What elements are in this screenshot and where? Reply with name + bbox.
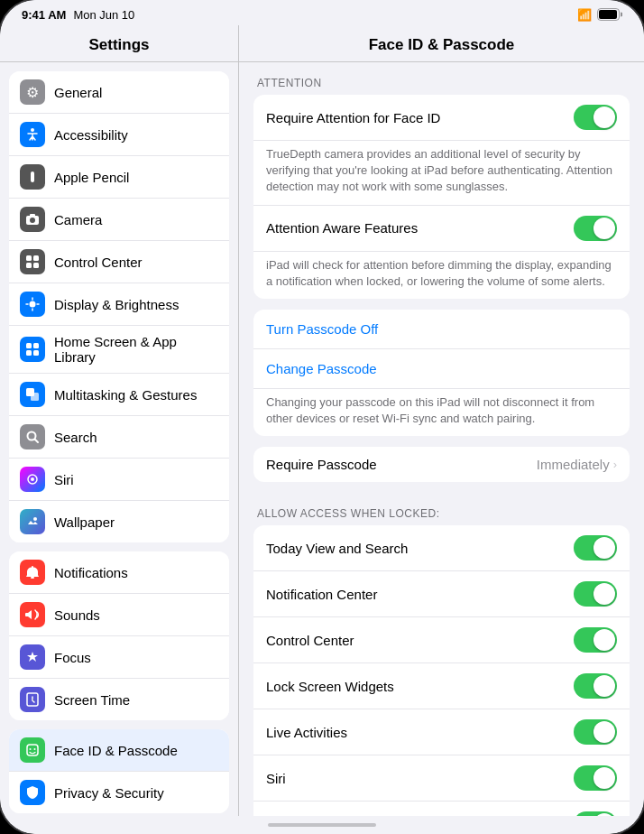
sidebar-item-control-center[interactable]: Control Center [9, 241, 229, 283]
svg-rect-8 [33, 255, 39, 261]
sidebar-title: Settings [0, 25, 238, 62]
control-center-icon [20, 249, 45, 274]
attention-aware-row[interactable]: Attention Aware Features [253, 206, 630, 252]
sidebar-item-search-label: Search [54, 430, 218, 445]
sidebar-item-sounds[interactable]: Sounds [9, 594, 229, 636]
chevron-right-icon: › [613, 458, 617, 471]
live-activities-row[interactable]: Live Activities [253, 709, 630, 755]
sidebar-item-general[interactable]: ⚙ General [9, 71, 229, 114]
main-content: Settings ⚙ General Accessibility [0, 25, 644, 816]
notification-center-row[interactable]: Notification Center [253, 571, 630, 617]
wallpaper-icon [20, 509, 45, 534]
control-center-row[interactable]: Control Center [253, 617, 630, 663]
sidebar-item-camera[interactable]: Camera [9, 199, 229, 241]
siri-toggle[interactable] [574, 765, 617, 791]
passcode-links-card: Turn Passcode Off Change Passcode Changi… [253, 310, 630, 436]
svg-rect-17 [33, 343, 39, 348]
sidebar-item-screen-time[interactable]: Screen Time [9, 679, 229, 720]
attention-card: Require Attention for Face ID TrueDepth … [253, 95, 630, 299]
sidebar-item-home-screen[interactable]: Home Screen & App Library [9, 326, 229, 374]
sidebar-item-sounds-label: Sounds [54, 607, 218, 623]
sidebar: Settings ⚙ General Accessibility [0, 25, 239, 816]
change-passcode-row[interactable]: Change Passcode [253, 349, 630, 389]
battery-icon [597, 8, 622, 21]
svg-point-2 [31, 128, 34, 132]
sidebar-item-screen-time-label: Screen Time [54, 692, 218, 708]
sidebar-item-privacy[interactable]: Privacy & Security [9, 772, 229, 813]
sidebar-item-accessibility-label: Accessibility [54, 127, 218, 143]
require-attention-row[interactable]: Require Attention for Face ID [253, 95, 630, 141]
lock-screen-widgets-row[interactable]: Lock Screen Widgets [253, 663, 630, 709]
sidebar-group-1: ⚙ General Accessibility Apple Pencil [9, 71, 229, 542]
sidebar-item-display[interactable]: Display & Brightness [9, 283, 229, 326]
home-bar [268, 823, 376, 827]
svg-rect-10 [33, 263, 39, 268]
svg-point-30 [30, 748, 32, 750]
live-activities-toggle[interactable] [574, 719, 617, 745]
allow-access-card: Today View and Search Notification Cente… [253, 525, 630, 816]
today-view-row[interactable]: Today View and Search [253, 525, 630, 571]
today-view-toggle[interactable] [574, 535, 617, 561]
panel-content: ATTENTION Require Attention for Face ID … [239, 62, 644, 816]
notifications-icon [20, 560, 45, 585]
turn-passcode-off-row[interactable]: Turn Passcode Off [253, 310, 630, 349]
right-panel: Face ID & Passcode ATTENTION Require Att… [239, 25, 644, 816]
svg-point-5 [30, 218, 35, 223]
allow-access-label: ALLOW ACCESS WHEN LOCKED: [253, 493, 630, 525]
attention-aware-desc: iPad will check for attention before dim… [253, 252, 630, 299]
status-date: Mon Jun 10 [73, 8, 134, 22]
sidebar-item-camera-label: Camera [54, 212, 218, 227]
sidebar-item-face-id[interactable]: Face ID & Passcode [9, 729, 229, 772]
svg-rect-1 [599, 10, 617, 19]
svg-point-11 [30, 301, 36, 308]
sidebar-item-siri[interactable]: Siri [9, 459, 229, 501]
sidebar-item-multitasking-label: Multitasking & Gestures [54, 387, 218, 403]
sidebar-item-apple-pencil-label: Apple Pencil [54, 170, 218, 185]
require-passcode-card: Require Passcode Immediately › [253, 447, 630, 482]
require-attention-toggle[interactable] [574, 105, 617, 130]
control-center-label: Control Center [266, 633, 574, 648]
home-control-toggle[interactable] [574, 811, 617, 816]
sidebar-item-apple-pencil[interactable]: Apple Pencil [9, 156, 229, 199]
siri-allow-label: Siri [266, 771, 574, 786]
change-passcode-label: Change Passcode [266, 361, 617, 376]
attention-section-label: ATTENTION [253, 62, 630, 95]
sidebar-item-home-screen-label: Home Screen & App Library [54, 334, 218, 365]
svg-line-23 [35, 440, 39, 443]
focus-icon [20, 644, 45, 670]
svg-point-26 [33, 517, 37, 521]
screen: 9:41 AM Mon Jun 10 📶 Settings [0, 0, 644, 834]
svg-rect-18 [26, 350, 32, 356]
status-time: 9:41 AM [22, 8, 66, 22]
svg-rect-27 [31, 577, 34, 579]
device: 9:41 AM Mon Jun 10 📶 Settings [0, 0, 644, 834]
svg-point-31 [34, 748, 36, 750]
require-attention-label: Require Attention for Face ID [266, 110, 574, 125]
notification-center-toggle[interactable] [574, 581, 617, 607]
svg-rect-19 [33, 350, 39, 356]
sidebar-item-wallpaper[interactable]: Wallpaper [9, 501, 229, 542]
sidebar-item-general-label: General [54, 85, 218, 100]
sidebar-item-accessibility[interactable]: Accessibility [9, 114, 229, 156]
control-center-toggle[interactable] [574, 627, 617, 653]
sidebar-item-focus[interactable]: Focus [9, 636, 229, 679]
accessibility-icon [20, 122, 45, 147]
panel-title: Face ID & Passcode [239, 25, 644, 62]
sidebar-item-privacy-label: Privacy & Security [54, 785, 218, 801]
lock-screen-widgets-toggle[interactable] [574, 673, 617, 699]
camera-icon [20, 207, 45, 232]
sidebar-item-notifications[interactable]: Notifications [9, 551, 229, 594]
sidebar-item-search[interactable]: Search [9, 416, 229, 459]
live-activities-label: Live Activities [266, 725, 574, 740]
attention-aware-toggle[interactable] [574, 216, 617, 241]
require-passcode-value: Immediately [537, 457, 610, 472]
sidebar-item-display-label: Display & Brightness [54, 297, 218, 312]
search-icon [20, 424, 45, 449]
multitasking-icon [20, 382, 45, 407]
svg-point-25 [31, 477, 34, 481]
require-attention-desc: TrueDepth camera provides an additional … [253, 141, 630, 205]
sidebar-item-multitasking[interactable]: Multitasking & Gestures [9, 374, 229, 416]
home-control-row[interactable]: Home Control [253, 802, 630, 816]
siri-row[interactable]: Siri [253, 755, 630, 802]
require-passcode-row[interactable]: Require Passcode Immediately › [253, 447, 630, 482]
